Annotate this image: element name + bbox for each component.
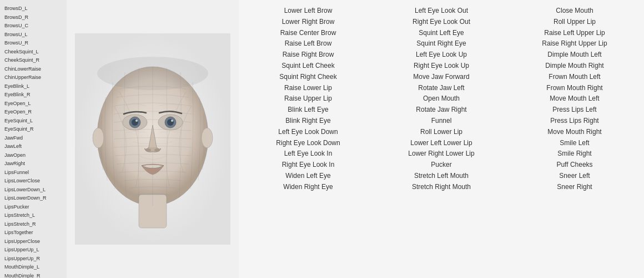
svg-point-12 <box>154 148 160 152</box>
sidebar-item[interactable]: LipsTogether <box>2 229 64 237</box>
sidebar-item[interactable]: LipsUpperUp_R <box>2 255 64 264</box>
sidebar-item[interactable]: CheekSquint_R <box>2 56 64 65</box>
label-item: Puff Cheeks <box>511 160 638 171</box>
label-item: Lower Right Brow <box>244 17 372 28</box>
sidebar-item[interactable]: EyeBlink_R <box>2 91 64 100</box>
sidebar-item[interactable]: EyeBlink_L <box>2 82 64 91</box>
sidebar-item[interactable]: CheekSquint_L <box>2 48 64 57</box>
label-column-0: Lower Left BrowLower Right BrowRaise Cen… <box>242 6 375 272</box>
sidebar-item[interactable]: MouthDimple_L <box>2 263 64 272</box>
label-item: Press Lips Right <box>511 116 638 127</box>
label-column-1: Left Eye Look OutRight Eye Look OutSquin… <box>375 6 508 272</box>
label-item: Raise Left Upper Lip <box>511 28 638 39</box>
sidebar: BrowsD_LBrowsD_RBrowsU_CBrowsU_LBrowsU_R… <box>0 0 67 278</box>
svg-point-9 <box>135 120 138 122</box>
svg-point-11 <box>145 148 151 152</box>
label-item: Lower Right Lower Lip <box>378 148 505 160</box>
face-area <box>67 0 239 278</box>
label-item: Squint Right Cheek <box>244 72 372 83</box>
label-item: Raise Right Upper Lip <box>511 38 638 49</box>
label-item: Widen Right Eye <box>244 182 372 193</box>
label-item: Frown Mouth Right <box>511 83 638 94</box>
label-item: Press Lips Left <box>511 105 638 116</box>
sidebar-item[interactable]: BrowsU_R <box>2 39 64 48</box>
svg-point-13 <box>93 128 104 148</box>
sidebar-item[interactable]: LipsLowerDown_R <box>2 194 64 203</box>
label-item: Squint Right Eye <box>378 38 505 49</box>
sidebar-item[interactable]: JawRight <box>2 160 64 168</box>
label-item: Right Eye Look Down <box>244 138 372 149</box>
face-mesh <box>75 33 230 245</box>
label-item: Raise Lower Lip <box>244 83 372 94</box>
svg-point-15 <box>97 57 208 90</box>
sidebar-item[interactable]: MouthDimple_R <box>2 272 64 279</box>
label-item: Widen Left Eye <box>244 171 372 182</box>
label-item: Move Jaw Forward <box>378 72 505 83</box>
label-item: Smile Left <box>511 138 638 149</box>
label-item: Rotate Jaw Right <box>378 105 505 116</box>
label-item: Stretch Left Mouth <box>378 171 505 182</box>
sidebar-item[interactable]: LipsStretch_R <box>2 220 64 229</box>
label-item: Sneer Left <box>511 171 638 182</box>
sidebar-item[interactable]: LipsStretch_L <box>2 211 64 220</box>
sidebar-item[interactable]: JawFwd <box>2 134 64 143</box>
sidebar-item[interactable]: BrowsU_C <box>2 22 64 31</box>
label-item: Open Mouth <box>378 93 505 105</box>
label-item: Left Eye Look Up <box>378 49 505 61</box>
sidebar-item[interactable]: ChinUpperRaise <box>2 73 64 82</box>
label-item: Funnel <box>378 116 505 127</box>
sidebar-item[interactable]: EyeOpen_L <box>2 100 64 108</box>
label-item: Smile Right <box>511 148 638 160</box>
label-item: Stretch Right Mouth <box>378 182 505 193</box>
label-item: Raise Upper Lip <box>244 93 372 105</box>
label-item: Right Eye Look Out <box>378 17 505 28</box>
label-item: Frown Mouth Left <box>511 72 638 83</box>
label-item: Move Mouth Left <box>511 93 638 105</box>
label-item: Close Mouth <box>511 6 638 17</box>
label-item: Blink Right Eye <box>244 116 372 127</box>
sidebar-item[interactable]: LipsPucker <box>2 203 64 212</box>
label-item: Right Eye Look Up <box>378 61 505 72</box>
label-item: Left Eye Look Out <box>378 6 505 17</box>
sidebar-item[interactable]: LipsLowerClose <box>2 177 64 186</box>
label-item: Lower Left Lower Lip <box>378 138 505 149</box>
sidebar-item[interactable]: LipsLowerDown_L <box>2 186 64 195</box>
sidebar-item[interactable]: LipsUpperClose <box>2 237 64 246</box>
label-item: Left Eye Look In <box>244 148 372 160</box>
label-item: Dimple Mouth Right <box>511 61 638 72</box>
labels-area: Lower Left BrowLower Right BrowRaise Cen… <box>239 0 644 278</box>
label-item: Raise Center Brow <box>244 28 372 39</box>
label-item: Raise Right Brow <box>244 49 372 61</box>
label-item: Raise Left Brow <box>244 38 372 49</box>
label-item: Left Eye Look Down <box>244 127 372 138</box>
sidebar-item[interactable]: EyeSquint_R <box>2 125 64 134</box>
label-item: Sneer Right <box>511 182 638 193</box>
sidebar-item[interactable]: BrowsD_L <box>2 4 64 13</box>
label-item: Squint Left Eye <box>378 28 505 39</box>
svg-point-14 <box>202 128 213 148</box>
label-item: Roll Upper Lip <box>511 17 638 28</box>
sidebar-item[interactable]: JawOpen <box>2 151 64 160</box>
sidebar-item[interactable]: EyeOpen_R <box>2 108 64 117</box>
sidebar-item[interactable]: EyeSquint_L <box>2 117 64 126</box>
sidebar-item[interactable]: BrowsU_L <box>2 31 64 39</box>
label-item: Rotate Jaw Left <box>378 83 505 94</box>
label-item: Dimple Mouth Left <box>511 49 638 61</box>
label-item: Right Eye Look In <box>244 160 372 171</box>
sidebar-item[interactable]: LipsUpperUp_L <box>2 246 64 255</box>
label-column-2: Close MouthRoll Upper LipRaise Left Uppe… <box>508 6 641 272</box>
sidebar-item[interactable]: BrowsD_R <box>2 13 64 22</box>
label-item: Pucker <box>378 160 505 171</box>
svg-point-10 <box>171 120 173 122</box>
label-item: Squint Left Cheek <box>244 61 372 72</box>
sidebar-item[interactable]: JawLeft <box>2 142 64 151</box>
label-item: Move Mouth Right <box>511 127 638 138</box>
label-item: Roll Lower Lip <box>378 127 505 138</box>
label-item: Lower Left Brow <box>244 6 372 17</box>
label-item: Blink Left Eye <box>244 105 372 116</box>
sidebar-item[interactable]: ChinLowerRaise <box>2 65 64 74</box>
sidebar-item[interactable]: LipsFunnel <box>2 168 64 177</box>
